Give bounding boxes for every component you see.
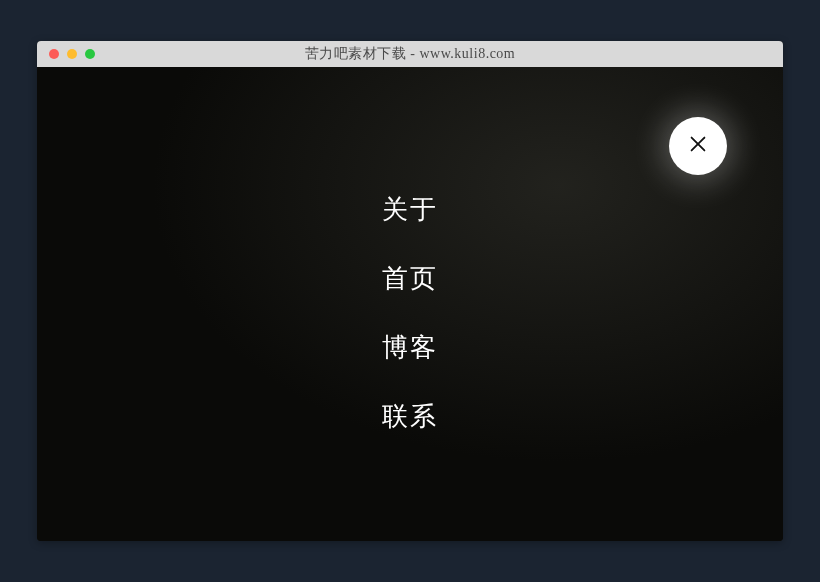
menu-item-blog[interactable]: 博客 [382, 330, 438, 365]
overlay-menu: 关于 首页 博客 联系 [382, 192, 438, 434]
menu-item-home[interactable]: 首页 [382, 261, 438, 296]
window-title: 苦力吧素材下载 - www.kuli8.com [37, 45, 783, 63]
menu-item-about[interactable]: 关于 [382, 192, 438, 227]
browser-window: 苦力吧素材下载 - www.kuli8.com 关于 首页 博客 联系 [37, 41, 783, 541]
minimize-window-button[interactable] [67, 49, 77, 59]
window-titlebar: 苦力吧素材下载 - www.kuli8.com [37, 41, 783, 67]
maximize-window-button[interactable] [85, 49, 95, 59]
page-content: 关于 首页 博客 联系 [37, 67, 783, 541]
traffic-lights [37, 49, 95, 59]
close-menu-button[interactable] [669, 117, 727, 175]
close-window-button[interactable] [49, 49, 59, 59]
menu-item-contact[interactable]: 联系 [382, 399, 438, 434]
close-icon [687, 133, 709, 159]
